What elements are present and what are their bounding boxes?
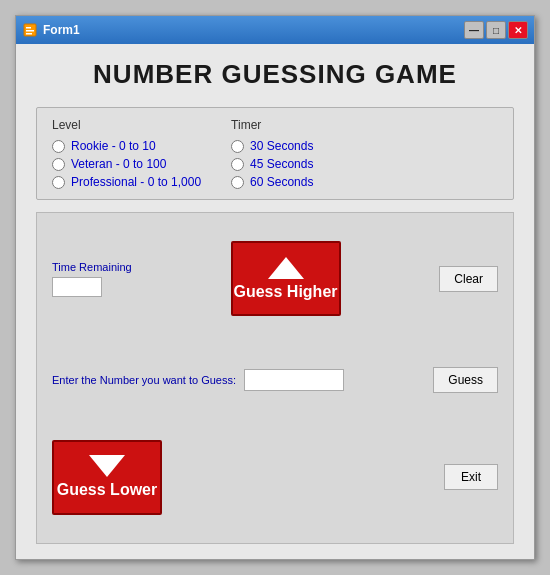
level-group-title: Level <box>52 118 201 132</box>
arrow-up-icon <box>268 257 304 279</box>
svg-rect-3 <box>26 33 32 35</box>
options-panel: Level Rookie - 0 to 10 Veteran - 0 to 10… <box>36 107 514 200</box>
guess-lower-button[interactable]: Guess Lower <box>52 440 162 515</box>
svg-rect-1 <box>26 27 31 29</box>
timer-group-title: Timer <box>231 118 313 132</box>
level-rookie-label: Rookie - 0 to 10 <box>71 139 156 153</box>
level-group: Level Rookie - 0 to 10 Veteran - 0 to 10… <box>52 118 201 189</box>
svg-rect-2 <box>26 30 34 32</box>
level-rookie[interactable]: Rookie - 0 to 10 <box>52 139 201 153</box>
guess-higher-button[interactable]: Guess Higher <box>231 241 341 316</box>
timer-45[interactable]: 45 Seconds <box>231 157 313 171</box>
time-remaining-label: Time Remaining <box>52 261 132 273</box>
window-title: Form1 <box>43 23 80 37</box>
timer-60-label: 60 Seconds <box>250 175 313 189</box>
timer-30-radio[interactable] <box>231 140 244 153</box>
maximize-button[interactable]: □ <box>486 21 506 39</box>
level-professional-radio[interactable] <box>52 176 65 189</box>
game-title: NUMBER GUESSING GAME <box>36 59 514 90</box>
level-veteran[interactable]: Veteran - 0 to 100 <box>52 157 201 171</box>
title-bar: Form1 — □ ✕ <box>16 16 534 44</box>
form-icon <box>22 22 38 38</box>
guess-button[interactable]: Guess <box>433 367 498 393</box>
time-remaining-box <box>52 277 102 297</box>
exit-button[interactable]: Exit <box>444 464 498 490</box>
guess-lower-label: Guess Lower <box>57 481 157 499</box>
arrow-down-icon <box>89 455 125 477</box>
window-controls: — □ ✕ <box>464 21 528 39</box>
close-button[interactable]: ✕ <box>508 21 528 39</box>
level-veteran-radio[interactable] <box>52 158 65 171</box>
main-content: NUMBER GUESSING GAME Level Rookie - 0 to… <box>16 44 534 559</box>
timer-45-label: 45 Seconds <box>250 157 313 171</box>
title-bar-left: Form1 <box>22 22 80 38</box>
main-window: Form1 — □ ✕ NUMBER GUESSING GAME Level R… <box>15 15 535 560</box>
row-3: Guess Lower Exit <box>52 440 498 515</box>
timer-30-label: 30 Seconds <box>250 139 313 153</box>
enter-number-label: Enter the Number you want to Guess: <box>52 374 236 386</box>
level-veteran-label: Veteran - 0 to 100 <box>71 157 166 171</box>
timer-60-radio[interactable] <box>231 176 244 189</box>
row1-right: Clear <box>439 266 498 292</box>
level-professional-label: Professional - 0 to 1,000 <box>71 175 201 189</box>
level-professional[interactable]: Professional - 0 to 1,000 <box>52 175 201 189</box>
minimize-button[interactable]: — <box>464 21 484 39</box>
timer-60[interactable]: 60 Seconds <box>231 175 313 189</box>
timer-45-radio[interactable] <box>231 158 244 171</box>
clear-button[interactable]: Clear <box>439 266 498 292</box>
level-rookie-radio[interactable] <box>52 140 65 153</box>
game-area: Time Remaining Guess Higher Clear Enter … <box>36 212 514 544</box>
row-1: Time Remaining Guess Higher Clear <box>52 241 498 316</box>
time-section: Time Remaining <box>52 261 132 297</box>
timer-group: Timer 30 Seconds 45 Seconds 60 Seconds <box>231 118 313 189</box>
row-2: Enter the Number you want to Guess: Gues… <box>52 367 498 393</box>
guess-higher-label: Guess Higher <box>233 283 337 301</box>
timer-30[interactable]: 30 Seconds <box>231 139 313 153</box>
guess-input[interactable] <box>244 369 344 391</box>
